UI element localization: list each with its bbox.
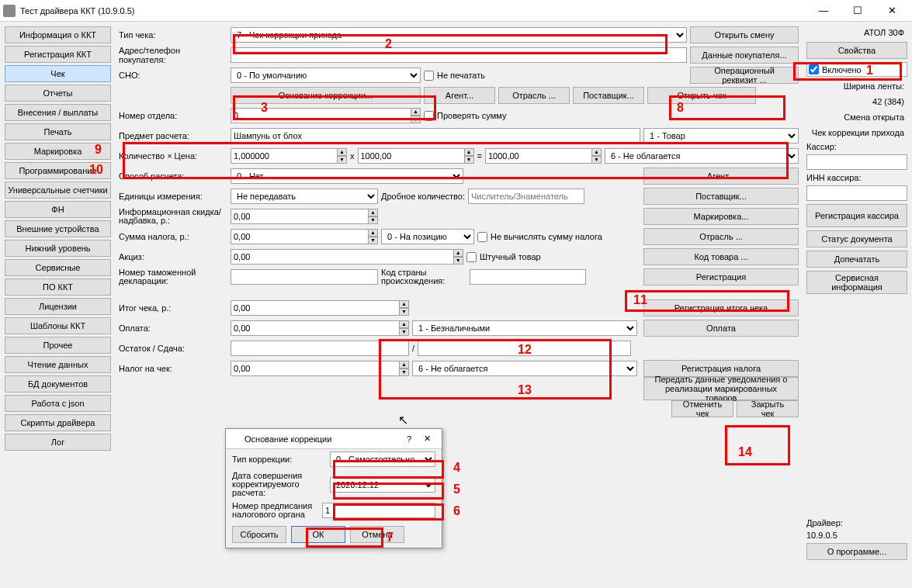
excise-input[interactable]: [231, 249, 454, 265]
taxpos-select[interactable]: 0 - На позицию: [381, 229, 474, 244]
nav-отчеты[interactable]: Отчеты: [5, 85, 111, 102]
supplier2-button[interactable]: Поставщик...: [643, 188, 799, 205]
nav-по-ккт[interactable]: ПО ККТ: [5, 278, 111, 296]
props-button букв[interactable]: Свойства: [806, 42, 907, 59]
label-deptno: Номер отдела:: [119, 111, 227, 120]
inncashier-input[interactable]: [806, 185, 907, 201]
correction-base-button[interactable]: Основание коррекции...: [231, 87, 421, 104]
open-shift-button[interactable]: Открыть смену: [690, 26, 799, 43]
total-input[interactable]: [231, 300, 400, 316]
corrdate-input[interactable]: 2020.12.12: [330, 477, 435, 493]
close-cheque-button[interactable]: Закрыть чек: [737, 400, 799, 417]
orderno-input[interactable]: [322, 503, 435, 518]
nav-бд-документов[interactable]: БД документов: [5, 375, 111, 393]
infodisc-input[interactable]: [231, 209, 369, 224]
nav-скрипты-драйвера[interactable]: Скрипты драйвера: [5, 414, 111, 431]
nav-фн[interactable]: ФН: [5, 201, 111, 218]
left-nav: Информация о ККТРегистрация ККТЧекОтчеты…: [5, 26, 111, 560]
price-input[interactable]: [358, 148, 465, 164]
label-chequetype: Тип чека:: [119, 30, 227, 40]
nocalc-check[interactable]: Не вычислять сумму налога: [477, 232, 602, 242]
fracqty-input[interactable]: [468, 189, 584, 204]
label-unit: Единицы измерения:: [119, 192, 227, 201]
paytype-select[interactable]: 1 - Безналичными: [412, 320, 637, 336]
amount-input[interactable]: [485, 148, 592, 164]
marking-button[interactable]: Маркировка...: [643, 208, 799, 225]
reprint-button[interactable]: Допечатать: [806, 251, 907, 268]
paymethod-select[interactable]: 0 - Нет: [231, 168, 463, 184]
dialog-reset-button[interactable]: Сбросить: [232, 526, 286, 543]
label-total: Итог чека, р.:: [119, 303, 227, 313]
checksum-check[interactable]: Проверять сумму: [424, 111, 506, 121]
nav-работа-с-json[interactable]: Работа с json: [5, 395, 111, 412]
register-button[interactable]: Регистрация: [643, 268, 799, 285]
maximize-button[interactable]: ☐: [841, 0, 875, 22]
right-panel: АТОЛ 30Ф Свойства Включено Ширина ленты:…: [806, 26, 907, 560]
dialog-ok-button[interactable]: ОК: [291, 526, 345, 543]
nav-лог[interactable]: Лог: [5, 434, 111, 451]
subject-type-select[interactable]: 1 - Товар: [643, 128, 799, 144]
docstatus-button[interactable]: Статус документа: [806, 230, 907, 247]
supplier-button[interactable]: Поставщик...: [573, 87, 644, 104]
nav-внесения-выплаты[interactable]: Внесения / выплаты: [5, 104, 111, 121]
senddata-button[interactable]: Передать данные уведомления о реализации…: [643, 377, 799, 400]
regtotal-button[interactable]: Регистрация итога чека: [643, 299, 799, 316]
agent2-button[interactable]: Агент...: [643, 168, 799, 185]
about-button[interactable]: О программе...: [806, 543, 907, 560]
label-taxsum: Сумма налога, р.:: [119, 232, 227, 241]
nav-внешние-устройства[interactable]: Внешние устройства: [5, 220, 111, 237]
pay-button[interactable]: Оплата: [643, 320, 799, 337]
industry-button[interactable]: Отрасль ...: [498, 87, 570, 104]
corrtype-select[interactable]: 0 - Самостоятельно: [330, 451, 435, 467]
noprint-check[interactable]: Не печатать: [424, 71, 485, 81]
agent-button[interactable]: Агент...: [424, 87, 495, 104]
regcashier-button[interactable]: Регистрация кассира: [806, 204, 907, 227]
unit-select[interactable]: Не передавать: [231, 189, 378, 204]
piece-check[interactable]: Штучный товар: [466, 252, 541, 262]
nav-шаблоны-ккт[interactable]: Шаблоны ККТ: [5, 317, 111, 334]
nav-нижний-уровень[interactable]: Нижний уровень: [5, 240, 111, 257]
opreq-button[interactable]: Операционный реквизит ...: [690, 67, 799, 84]
dialog-help-button[interactable]: ?: [401, 434, 418, 444]
buyer-input[interactable]: [231, 47, 687, 63]
label-origin: Код страны происхождения:: [381, 268, 466, 285]
taxsum-input[interactable]: [231, 229, 369, 244]
cancel-cheque-button[interactable]: Отменить чек: [671, 400, 733, 417]
taxcheque-type-select[interactable]: 6 - Не облагается: [412, 361, 637, 376]
close-button[interactable]: ✕: [875, 0, 909, 22]
origin-input[interactable]: [470, 269, 586, 285]
label-taxcheque: Налог на чек:: [119, 364, 227, 373]
nav-чтение-данных[interactable]: Чтение данных: [5, 356, 111, 373]
dialog-cancel-button[interactable]: Отмена: [350, 526, 404, 543]
nav-регистрация-ккт[interactable]: Регистрация ККТ: [5, 46, 111, 63]
nav-прочее[interactable]: Прочее: [5, 337, 111, 354]
vat-select[interactable]: 6 - Не облагается: [605, 148, 799, 164]
minimize-button[interactable]: —: [806, 0, 841, 22]
titlebar: Тест драйвера ККТ (10.9.0.5) — ☐ ✕: [0, 0, 912, 22]
taxcheque-input[interactable]: [231, 361, 400, 376]
nav-информация-о-ккт[interactable]: Информация о ККТ: [5, 26, 111, 43]
chequetype-select[interactable]: 7 - Чек коррекции прихода: [231, 27, 687, 43]
dialog-icon: [231, 434, 241, 444]
goodscode-button[interactable]: Код товара ...: [643, 248, 799, 265]
nav-печать[interactable]: Печать: [5, 123, 111, 140]
pay-input[interactable]: [231, 320, 400, 336]
enabled-check[interactable]: Включено: [806, 62, 907, 77]
industry2-button[interactable]: Отрасль ...: [643, 228, 799, 245]
cashier-input[interactable]: [806, 154, 907, 170]
subject-input[interactable]: [231, 128, 640, 144]
dialog-close-button[interactable]: ✕: [418, 434, 437, 444]
buyer-data-button[interactable]: Данные покупателя...: [690, 47, 799, 64]
qty-input[interactable]: [231, 148, 338, 164]
deptno-input[interactable]: [231, 108, 411, 123]
nav-чек[interactable]: Чек: [5, 65, 111, 82]
service-button[interactable]: Сервисная информация: [806, 271, 907, 294]
sno-select[interactable]: 0 - По умолчанию: [231, 67, 421, 83]
change1-input[interactable]: [231, 341, 409, 356]
open-cheque-button[interactable]: Открыть чек: [647, 87, 756, 104]
nav-сервисные[interactable]: Сервисные: [5, 259, 111, 276]
nav-лицензии[interactable]: Лицензии: [5, 298, 111, 315]
customs-input[interactable]: [231, 269, 378, 285]
nav-универсальные-счетчики[interactable]: Универсальные счетчики: [5, 182, 111, 199]
label-sno: СНО:: [119, 71, 227, 80]
